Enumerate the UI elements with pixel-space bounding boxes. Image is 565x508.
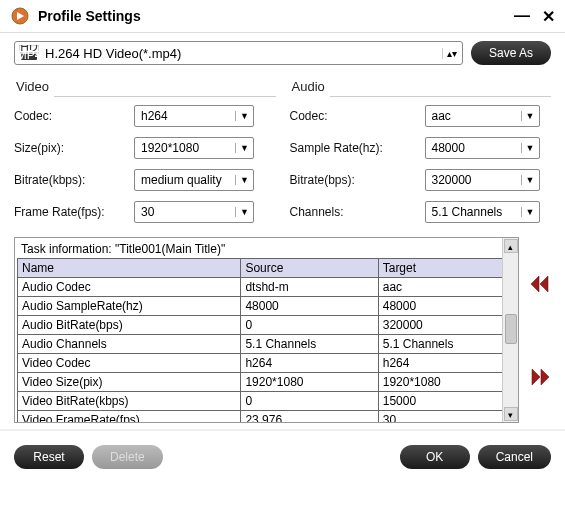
video-bitrate-select[interactable]: medium quality ▼ [134, 169, 254, 191]
scroll-up-icon[interactable]: ▴ [504, 239, 518, 253]
table-row: Audio SampleRate(hz)4800048000 [18, 297, 516, 316]
scroll-down-icon[interactable]: ▾ [504, 407, 518, 421]
col-name: Name [18, 259, 241, 278]
chevron-down-icon: ▼ [521, 143, 539, 153]
video-framerate-label: Frame Rate(fps): [14, 205, 134, 219]
task-table: Name Source Target Audio Codecdtshd-maac… [17, 258, 516, 423]
table-row: Video Size(pix)1920*10801920*1080 [18, 373, 516, 392]
col-source: Source [241, 259, 378, 278]
audio-codec-label: Codec: [290, 109, 425, 123]
table-row: Audio Channels5.1 Channels5.1 Channels [18, 335, 516, 354]
save-as-button[interactable]: Save As [471, 41, 551, 65]
video-codec-label: Codec: [14, 109, 134, 123]
close-button[interactable]: ✕ [542, 7, 555, 26]
video-bitrate-label: Bitrate(kbps): [14, 173, 134, 187]
window-title: Profile Settings [38, 8, 502, 24]
table-row: Video BitRate(kbps)015000 [18, 392, 516, 411]
audio-samplerate-select[interactable]: 48000 ▼ [425, 137, 540, 159]
audio-codec-select[interactable]: aac ▼ [425, 105, 540, 127]
task-info-box: Task information: "Title001(Main Title)"… [14, 237, 519, 423]
audio-samplerate-label: Sample Rate(hz): [290, 141, 425, 155]
profile-dropdown[interactable]: HD MP4 H.264 HD Video(*.mp4) ▴▾ [14, 41, 463, 65]
video-size-select[interactable]: 1920*1080 ▼ [134, 137, 254, 159]
audio-panel: Audio Codec: aac ▼ Sample Rate(hz): 4800… [290, 73, 552, 233]
scroll-thumb[interactable] [505, 314, 517, 344]
audio-bitrate-label: Bitrate(bps): [290, 173, 425, 187]
next-task-button[interactable] [528, 365, 552, 389]
app-icon [10, 6, 30, 26]
ok-button[interactable]: OK [400, 445, 470, 469]
table-row: Video Codech264h264 [18, 354, 516, 373]
reset-button[interactable]: Reset [14, 445, 84, 469]
col-target: Target [378, 259, 515, 278]
video-framerate-select[interactable]: 30 ▼ [134, 201, 254, 223]
minimize-button[interactable]: — [514, 7, 530, 25]
cancel-button[interactable]: Cancel [478, 445, 551, 469]
audio-bitrate-select[interactable]: 320000 ▼ [425, 169, 540, 191]
video-panel: Video Codec: h264 ▼ Size(pix): 1920*1080… [14, 73, 276, 233]
chevron-down-icon: ▼ [235, 207, 253, 217]
chevron-down-icon: ▼ [235, 175, 253, 185]
chevron-down-icon: ▼ [235, 143, 253, 153]
chevron-down-icon: ▼ [521, 111, 539, 121]
video-codec-select[interactable]: h264 ▼ [134, 105, 254, 127]
delete-button[interactable]: Delete [92, 445, 163, 469]
prev-task-button[interactable] [528, 272, 552, 296]
svg-text:MP4: MP4 [19, 48, 39, 62]
video-size-label: Size(pix): [14, 141, 134, 155]
chevron-down-icon: ▼ [521, 207, 539, 217]
chevron-updown-icon: ▴▾ [442, 48, 458, 59]
scrollbar[interactable]: ▴ ▾ [502, 238, 518, 422]
profile-text: H.264 HD Video(*.mp4) [45, 46, 442, 61]
audio-panel-title: Audio [292, 79, 552, 94]
audio-channels-select[interactable]: 5.1 Channels ▼ [425, 201, 540, 223]
audio-channels-label: Channels: [290, 205, 425, 219]
table-row: Video FrameRate(fps)23.97630 [18, 411, 516, 424]
video-panel-title: Video [16, 79, 276, 94]
titlebar: Profile Settings — ✕ [0, 0, 565, 33]
profile-format-icon: HD MP4 [19, 45, 39, 61]
chevron-down-icon: ▼ [235, 111, 253, 121]
table-row: Audio BitRate(bps)0320000 [18, 316, 516, 335]
chevron-down-icon: ▼ [521, 175, 539, 185]
task-caption: Task information: "Title001(Main Title)" [17, 240, 516, 258]
table-row: Audio Codecdtshd-maac [18, 278, 516, 297]
